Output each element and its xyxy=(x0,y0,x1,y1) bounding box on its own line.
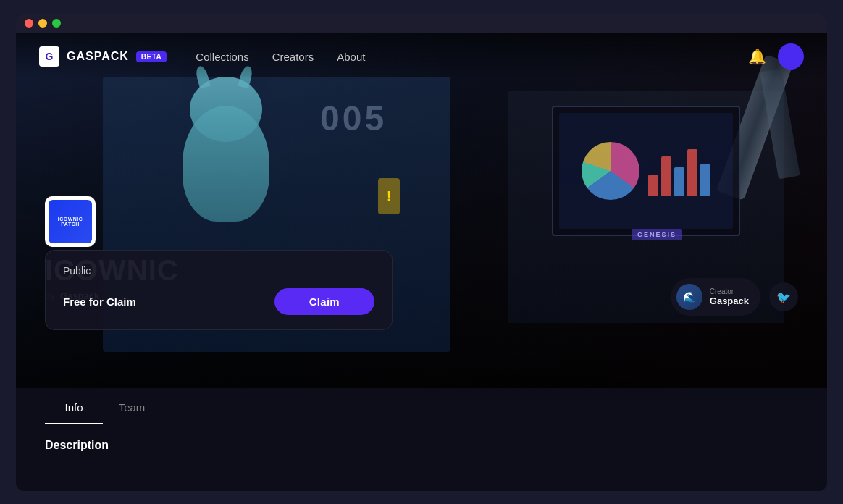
description-title: Description xyxy=(45,439,798,452)
tabs-section: Info Team xyxy=(16,388,827,424)
creator-card: 🌊 Creator Gaspack 🐦 xyxy=(671,278,798,316)
twitter-button[interactable]: 🐦 xyxy=(769,282,798,311)
navbar: G GASPACK BETA Collections Creators Abou… xyxy=(16,33,827,80)
pie-chart xyxy=(582,142,639,200)
nav-link-collections[interactable]: Collections xyxy=(196,51,248,63)
logo-line1: ICOWNIC xyxy=(58,217,83,222)
tab-info[interactable]: Info xyxy=(45,388,103,424)
titlebar xyxy=(16,13,827,33)
nav-links: Collections Creators About xyxy=(196,51,748,63)
art-label: GENESIS xyxy=(632,229,682,240)
tab-team[interactable]: Team xyxy=(103,388,161,424)
art-number: 005 xyxy=(320,98,387,138)
claim-status: Public xyxy=(63,265,374,277)
beta-badge: BETA xyxy=(136,51,167,62)
hero-section: 005 ! GENESIS xyxy=(16,33,827,388)
content-area: 005 ! GENESIS xyxy=(16,33,827,491)
collection-logo-inner: ICOWNIC PATCH xyxy=(49,200,92,243)
art-monitor xyxy=(552,106,740,236)
tabs-row: Info Team xyxy=(45,388,798,424)
notification-bell-icon[interactable]: 🔔 xyxy=(748,48,766,65)
twitter-icon: 🐦 xyxy=(776,290,791,304)
bar xyxy=(648,175,658,196)
minimize-button[interactable] xyxy=(38,19,47,28)
maximize-button[interactable] xyxy=(52,19,61,28)
nav-right: 🔔 xyxy=(748,43,804,70)
creator-details: Creator Gaspack xyxy=(710,287,749,306)
claim-card: Public Free for Claim Claim xyxy=(45,250,393,330)
logo-text: GASPACK xyxy=(67,50,129,63)
creator-role: Creator xyxy=(710,287,749,295)
user-avatar[interactable] xyxy=(778,43,804,70)
bar xyxy=(687,149,697,196)
bottom-section: Description xyxy=(16,424,827,491)
bar xyxy=(700,164,710,196)
creator-avatar: 🌊 xyxy=(676,284,702,310)
claim-button[interactable]: Claim xyxy=(274,288,374,315)
bar xyxy=(661,156,671,196)
logo-line2: PATCH xyxy=(61,222,80,227)
bar xyxy=(674,167,684,196)
creator-name: Gaspack xyxy=(710,295,749,306)
main-window: 005 ! GENESIS xyxy=(16,13,827,491)
art-warning: ! xyxy=(378,178,400,214)
claim-label: Free for Claim xyxy=(63,295,136,308)
char-body xyxy=(183,106,269,222)
nav-link-about[interactable]: About xyxy=(337,51,365,63)
art-monitor-screen xyxy=(559,113,733,229)
collection-logo: ICOWNIC PATCH xyxy=(45,196,96,247)
bar-chart xyxy=(648,146,710,196)
logo-icon: G xyxy=(39,46,59,67)
logo-area: G GASPACK BETA xyxy=(39,46,167,67)
close-button[interactable] xyxy=(25,19,33,28)
creator-info: 🌊 Creator Gaspack xyxy=(671,278,760,316)
claim-row: Free for Claim Claim xyxy=(63,288,374,315)
nav-link-creators[interactable]: Creators xyxy=(272,51,314,63)
